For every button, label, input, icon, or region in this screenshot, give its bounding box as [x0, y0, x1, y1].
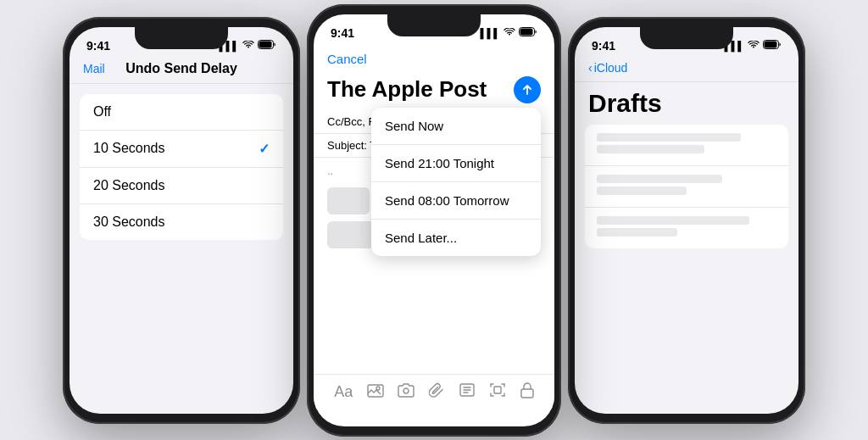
svg-rect-9	[521, 389, 533, 398]
battery-icon-2	[519, 27, 537, 38]
send-tonight-option[interactable]: Send 21:00 Tonight	[371, 145, 541, 182]
cancel-button[interactable]: Cancel	[327, 52, 367, 66]
toolbar-font-icon[interactable]: Aa	[334, 383, 353, 401]
phone-1-nav-title: Undo Send Delay	[125, 61, 237, 76]
send-dropdown: Send Now Send 21:00 Tonight Send 08:00 T…	[371, 108, 541, 256]
signal-icon-2: ▌▌▌	[481, 28, 500, 38]
svg-point-6	[403, 388, 409, 393]
wifi-icon-2	[504, 28, 515, 38]
toolbar-format-icon[interactable]	[459, 382, 476, 402]
svg-point-5	[376, 387, 380, 390]
phone-1-notch	[135, 27, 228, 49]
send-tomorrow-option[interactable]: Send 08:00 Tomorrow	[371, 182, 541, 220]
draft-blur-line-3a	[597, 216, 749, 225]
battery-icon	[258, 40, 276, 51]
battery-icon-3	[763, 40, 782, 51]
phone-3-nav-back[interactable]: ‹ iCloud	[588, 61, 627, 75]
phone-1-nav-back[interactable]: Mail	[83, 62, 105, 75]
list-item-off-label: Off	[93, 104, 111, 120]
svg-rect-3	[520, 29, 533, 36]
nav-back-label: iCloud	[594, 61, 628, 75]
wifi-icon-3	[748, 41, 760, 51]
toolbar-scan-icon[interactable]	[489, 382, 506, 403]
compose-title-row: The Apple Post	[314, 73, 554, 110]
phone-1-screen: 9:41 ▌▌▌	[70, 27, 293, 414]
draft-blur-line-1a	[597, 133, 741, 142]
svg-rect-1	[259, 42, 272, 48]
compose-header: Cancel	[314, 45, 554, 73]
phone-3-status-icons: ▌▌▌	[725, 40, 782, 51]
compose-dots: ..	[327, 164, 333, 177]
list-item-off[interactable]: Off	[80, 94, 283, 131]
toolbar-camera-icon[interactable]	[398, 382, 415, 402]
phone-1-time: 9:41	[86, 39, 110, 53]
draft-item-2[interactable]	[585, 166, 788, 208]
list-item-20s-label: 20 Seconds	[93, 178, 165, 193]
draft-blur-line-1b	[597, 145, 704, 153]
phone-3-time: 9:41	[592, 39, 615, 53]
phone-3: 9:41 ▌▌▌	[568, 17, 805, 424]
draft-blur-line-2a	[597, 175, 722, 183]
phone-1-nav-bar: Mail Undo Send Delay	[70, 58, 293, 84]
drafts-list	[585, 125, 788, 248]
send-button[interactable]	[514, 76, 541, 103]
phone-2-status-icons: ▌▌▌	[481, 27, 537, 38]
list-item-30s-label: 30 Seconds	[93, 214, 165, 230]
subject-label: Subject:	[327, 139, 370, 152]
chevron-left-icon: ‹	[588, 61, 593, 75]
phone-3-notch	[640, 27, 733, 49]
toolbar-lock-icon[interactable]	[520, 382, 534, 403]
svg-rect-8	[494, 387, 501, 393]
phones-wrapper: 9:41 ▌▌▌	[0, 0, 868, 440]
phone-2-screen: 9:41 ▌▌▌	[314, 14, 554, 426]
phone-3-nav-bar: ‹ iCloud	[575, 58, 798, 82]
wifi-icon	[242, 41, 254, 51]
phone-2: 9:41 ▌▌▌	[307, 4, 561, 437]
phone-1-list: Off 10 Seconds ✓ 20 Seconds 30 Seconds	[80, 94, 283, 240]
phone-2-notch	[387, 14, 481, 36]
list-item-10s[interactable]: 10 Seconds ✓	[80, 131, 283, 168]
list-item-10s-label: 10 Seconds	[93, 141, 165, 156]
toolbar-photo-icon[interactable]	[367, 382, 384, 402]
list-item-20s[interactable]: 20 Seconds	[80, 168, 283, 204]
toolbar-attach-icon[interactable]	[429, 382, 444, 403]
page-title: Drafts	[575, 82, 798, 125]
blur-block-1	[327, 187, 370, 214]
phone-1: 9:41 ▌▌▌	[63, 17, 300, 424]
send-later-option[interactable]: Send Later...	[371, 220, 541, 256]
list-item-30s[interactable]: 30 Seconds	[80, 204, 283, 240]
phone-2-time: 9:41	[331, 26, 354, 40]
compose-toolbar: Aa	[314, 374, 554, 409]
compose-title: The Apple Post	[327, 76, 487, 103]
list-item-10s-check: ✓	[259, 141, 270, 157]
draft-blur-line-3b	[597, 228, 677, 237]
draft-item-1[interactable]	[585, 125, 788, 166]
phone-1-status-icons: ▌▌▌	[220, 40, 276, 51]
phone-3-screen: 9:41 ▌▌▌	[575, 27, 798, 414]
draft-item-3[interactable]	[585, 208, 788, 248]
draft-blur-line-2b	[597, 187, 687, 195]
svg-rect-11	[765, 42, 777, 48]
send-now-option[interactable]: Send Now	[371, 108, 541, 145]
